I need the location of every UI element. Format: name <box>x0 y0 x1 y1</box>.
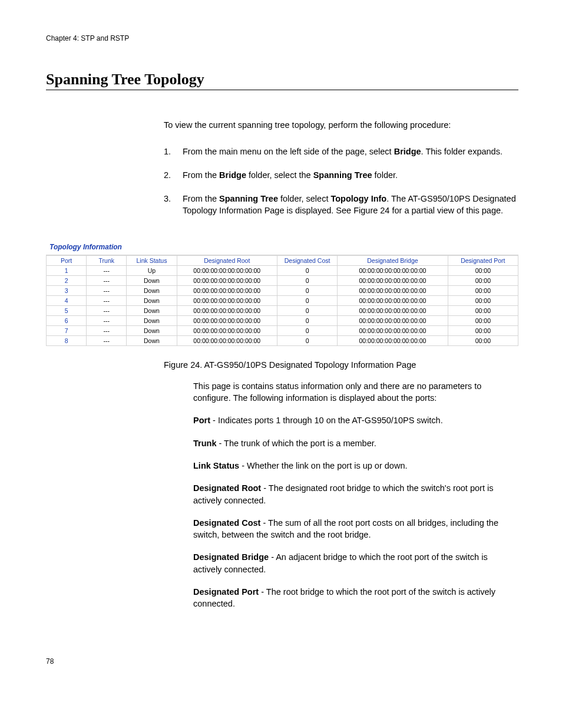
table-row: 7---Down00:00:00:00:00:00:00:00000:00:00… <box>47 325 518 335</box>
table-cell: 00:00:00:00:00:00:00:00 <box>177 335 277 345</box>
step-number: 2. <box>164 169 183 181</box>
definition-term: Designated Port <box>193 587 259 597</box>
table-header-row: Port Trunk Link Status Designated Root D… <box>47 255 518 265</box>
step-1: 1. From the main menu on the left side o… <box>164 146 518 157</box>
table-cell: 8 <box>47 335 87 345</box>
step-bold: Topology Info <box>330 194 386 203</box>
definition-item: Designated Cost - The sum of all the roo… <box>193 517 518 541</box>
definition-term: Designated Root <box>193 483 261 493</box>
figure-panel-title: Topology Information <box>46 241 518 255</box>
step-pre: From the <box>183 194 219 203</box>
table-header: Trunk <box>87 255 127 265</box>
table-cell: 0 <box>277 305 337 315</box>
table-cell: 00:00 <box>448 295 518 305</box>
definition-text: - Indicates ports 1 through 10 on the AT… <box>210 416 443 425</box>
table-cell: Down <box>127 285 177 295</box>
table-cell: --- <box>87 315 127 325</box>
table-cell: 00:00 <box>448 305 518 315</box>
definition-text: - Whether the link on the port is up or … <box>239 461 407 470</box>
table-cell: 00:00:00:00:00:00:00:00 <box>177 295 277 305</box>
definition-term: Trunk <box>193 439 216 448</box>
table-row: 2---Down00:00:00:00:00:00:00:00000:00:00… <box>47 275 518 285</box>
table-header: Designated Cost <box>277 255 337 265</box>
step-bold: Spanning Tree <box>313 170 372 180</box>
definition-item: Designated Bridge - An adjacent bridge t… <box>193 551 518 575</box>
topology-table: Port Trunk Link Status Designated Root D… <box>46 255 518 346</box>
table-cell: 2 <box>47 275 87 285</box>
table-cell: Down <box>127 275 177 285</box>
table-cell: 00:00:00:00:00:00:00:00 <box>177 305 277 315</box>
table-cell: Down <box>127 295 177 305</box>
step-number: 3. <box>164 193 183 217</box>
table-cell: --- <box>87 325 127 335</box>
table-cell: 00:00:00:00:00:00:00:00 <box>177 325 277 335</box>
table-cell: Down <box>127 335 177 345</box>
table-cell: 00:00:00:00:00:00:00:00 <box>338 305 448 315</box>
definition-term: Designated Bridge <box>193 552 269 562</box>
step-pre: From the <box>183 170 219 180</box>
table-cell: 00:00:00:00:00:00:00:00 <box>338 295 448 305</box>
table-cell: 00:00:00:00:00:00:00:00 <box>338 275 448 285</box>
figure-topology-info: Topology Information Port Trunk Link Sta… <box>46 241 518 346</box>
definition-term: Link Status <box>193 461 239 470</box>
table-cell: 0 <box>277 315 337 325</box>
table-cell: 00:00:00:00:00:00:00:00 <box>177 315 277 325</box>
table-row: 5---Down00:00:00:00:00:00:00:00000:00:00… <box>47 305 518 315</box>
table-cell: 00:00:00:00:00:00:00:00 <box>338 315 448 325</box>
table-cell: Down <box>127 325 177 335</box>
table-row: 1---Up00:00:00:00:00:00:00:00000:00:00:0… <box>47 265 518 275</box>
table-header: Link Status <box>127 255 177 265</box>
step-2: 2. From the Bridge folder, select the Sp… <box>164 169 518 181</box>
table-cell: --- <box>87 295 127 305</box>
step-post: . This folder expands. <box>421 147 503 156</box>
table-cell: 0 <box>277 335 337 345</box>
table-row: 3---Down00:00:00:00:00:00:00:00000:00:00… <box>47 285 518 295</box>
table-cell: 00:00:00:00:00:00:00:00 <box>338 265 448 275</box>
step-mid: folder, select <box>278 194 330 203</box>
table-cell: 00:00 <box>448 335 518 345</box>
section-title: Spanning Tree Topology <box>46 71 518 90</box>
table-cell: --- <box>87 265 127 275</box>
table-row: 8---Down00:00:00:00:00:00:00:00000:00:00… <box>47 335 518 345</box>
table-cell: --- <box>87 275 127 285</box>
table-cell: --- <box>87 285 127 295</box>
table-cell: --- <box>87 305 127 315</box>
table-cell: 7 <box>47 325 87 335</box>
table-cell: 3 <box>47 285 87 295</box>
table-cell: Down <box>127 315 177 325</box>
table-cell: 00:00:00:00:00:00:00:00 <box>177 285 277 295</box>
table-cell: 0 <box>277 275 337 285</box>
table-cell: 00:00 <box>448 285 518 295</box>
step-bold: Bridge <box>394 147 421 156</box>
step-text: From the main menu on the left side of t… <box>183 146 518 157</box>
table-header: Designated Port <box>448 255 518 265</box>
table-cell: 1 <box>47 265 87 275</box>
definition-term: Port <box>193 416 210 425</box>
table-cell: --- <box>87 335 127 345</box>
table-cell: 4 <box>47 295 87 305</box>
table-cell: 00:00 <box>448 275 518 285</box>
step-text: From the Spanning Tree folder, select To… <box>183 193 518 217</box>
table-cell: 0 <box>277 285 337 295</box>
step-number: 1. <box>164 146 183 157</box>
page-number: 78 <box>46 657 518 666</box>
definition-item: Port - Indicates ports 1 through 10 on t… <box>193 414 518 426</box>
table-cell: Up <box>127 265 177 275</box>
table-cell: 00:00 <box>448 315 518 325</box>
table-cell: 5 <box>47 305 87 315</box>
definition-item: Trunk - The trunk of which the port is a… <box>193 437 518 449</box>
step-mid: folder, select the <box>246 170 313 180</box>
definition-item: Designated Port - The root bridge to whi… <box>193 586 518 610</box>
step-bold: Spanning Tree <box>219 194 278 203</box>
table-header: Designated Bridge <box>338 255 448 265</box>
table-cell: 0 <box>277 295 337 305</box>
definition-text: - The trunk of which the port is a membe… <box>216 439 376 448</box>
step-3: 3. From the Spanning Tree folder, select… <box>164 193 518 217</box>
table-cell: 00:00:00:00:00:00:00:00 <box>177 275 277 285</box>
table-header: Designated Root <box>177 255 277 265</box>
table-cell: 00:00:00:00:00:00:00:00 <box>177 265 277 275</box>
table-row: 6---Down00:00:00:00:00:00:00:00000:00:00… <box>47 315 518 325</box>
table-cell: 0 <box>277 265 337 275</box>
table-cell: 00:00:00:00:00:00:00:00 <box>338 325 448 335</box>
definition-item: Link Status - Whether the link on the po… <box>193 460 518 472</box>
